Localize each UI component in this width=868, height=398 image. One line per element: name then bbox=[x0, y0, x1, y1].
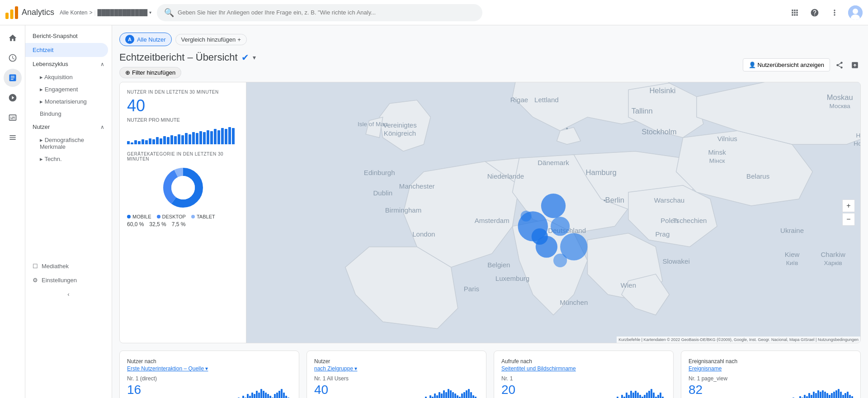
export-button[interactable] bbox=[849, 59, 861, 71]
svg-text:Харків: Харків bbox=[824, 260, 842, 266]
svg-text:Charkiw: Charkiw bbox=[821, 251, 845, 258]
user-overview-button[interactable]: 👤 Nutzerübersicht anzeigen bbox=[743, 58, 830, 71]
map-zoom-out-button[interactable]: − bbox=[842, 213, 855, 226]
svg-text:Isle of Man: Isle of Man bbox=[358, 121, 387, 128]
card-label: Ereignisanzahl nach bbox=[689, 358, 853, 365]
svg-text:Москва: Москва bbox=[830, 103, 851, 109]
card-bar bbox=[817, 390, 819, 398]
svg-text:Нижний: Нижний bbox=[856, 132, 860, 139]
svg-point-4 bbox=[853, 9, 858, 14]
sidebar-item-settings[interactable]: ⚙ Einstellungen bbox=[25, 273, 112, 287]
bar-segment bbox=[196, 133, 198, 144]
map-zoom-in-button[interactable]: + bbox=[842, 199, 855, 212]
card-bar bbox=[436, 395, 438, 398]
device-legend: MOBILE DESKTOP TABLET bbox=[127, 214, 239, 219]
nav-configure-icon[interactable] bbox=[4, 128, 22, 147]
card-sublabel[interactable]: Erste Nutzerinteraktion – Quelle ▾ bbox=[127, 365, 292, 372]
mobile-pct: 60,0 % bbox=[127, 221, 144, 227]
nav-explore-icon[interactable] bbox=[4, 89, 22, 107]
sidebar-section-lebenszyklus[interactable]: Lebenszyklus ∧ bbox=[25, 57, 112, 71]
svg-text:Slowakei: Slowakei bbox=[662, 257, 689, 265]
card-audience: Nutzer nach Zielgruppe ▾ Nr. 1 All Users… bbox=[307, 351, 486, 398]
svg-point-81 bbox=[521, 211, 532, 222]
bar-segment bbox=[214, 129, 217, 144]
svg-text:Stockholm: Stockholm bbox=[642, 128, 676, 136]
card-bar bbox=[851, 396, 853, 398]
sidebar-item-echtzeit[interactable]: Echtzeit bbox=[25, 43, 108, 57]
bar-segment bbox=[160, 138, 162, 144]
filter-icon: ⊕ bbox=[125, 69, 130, 76]
bar-segment bbox=[134, 140, 137, 144]
svg-text:Minsk: Minsk bbox=[708, 148, 726, 156]
nav-reports-icon[interactable] bbox=[4, 69, 22, 87]
report-title-text: Echtzeitbericht – Übersicht bbox=[119, 52, 238, 63]
card-bar bbox=[630, 391, 632, 398]
bar-segment bbox=[210, 131, 213, 144]
sidebar-section-nutzer[interactable]: Nutzer ∧ bbox=[25, 120, 112, 134]
segment-chip-all-users[interactable]: A Alle Nutzer bbox=[119, 33, 172, 46]
card-bar bbox=[815, 393, 817, 398]
sidebar-item-techn[interactable]: ▸ Techn. bbox=[25, 153, 112, 165]
nav-home-icon[interactable] bbox=[4, 29, 22, 47]
nav-advertising-icon[interactable] bbox=[4, 109, 22, 127]
sidebar-item-monetarisierung[interactable]: ▸ Monetarisierung bbox=[25, 95, 112, 108]
card-pages: Aufrufe nach Seitentitel und Bildschirmn… bbox=[494, 351, 674, 398]
bar-segment bbox=[185, 133, 188, 144]
search-bar[interactable]: 🔍 bbox=[157, 4, 482, 21]
sidebar-item-mediathek[interactable]: ☐ Mediathek bbox=[25, 259, 112, 273]
bar-segment bbox=[142, 139, 144, 144]
search-input[interactable] bbox=[178, 9, 475, 16]
bar-segment bbox=[145, 140, 148, 144]
search-icon: 🔍 bbox=[164, 8, 174, 18]
card-bar bbox=[637, 393, 639, 398]
lebenszyklus-label: Lebenszyklus bbox=[33, 61, 68, 67]
card-bar bbox=[657, 395, 659, 398]
card-sublabel[interactable]: Ereignisname bbox=[689, 365, 853, 372]
sidebar-item-bindung[interactable]: Bindung bbox=[25, 108, 112, 120]
sidebar-item-demografische[interactable]: ▸ Demografische Merkmale bbox=[25, 134, 112, 153]
export-icon bbox=[851, 61, 859, 69]
card-bar bbox=[242, 396, 244, 398]
account-selector[interactable]: Alle Konten > | ████████████ ▾ bbox=[60, 9, 151, 16]
filter-button[interactable]: ⊕ Filter hinzufügen bbox=[119, 67, 181, 78]
avatar-image bbox=[848, 5, 863, 20]
add-comparison-button[interactable]: Vergleich hinzufügen + bbox=[175, 34, 247, 45]
help-icon bbox=[810, 8, 819, 17]
sidebar-item-akquisition[interactable]: ▸ Akquisition bbox=[25, 71, 112, 83]
sidebar-collapse-button[interactable]: ‹ bbox=[25, 287, 112, 301]
card-sublabel[interactable]: Seitentitel und Bildschirmname bbox=[501, 365, 666, 372]
card-bar bbox=[829, 395, 830, 398]
card-bar bbox=[826, 393, 828, 398]
sidebar-item-engagement[interactable]: ▸ Engagement bbox=[25, 83, 112, 95]
svg-text:Warschau: Warschau bbox=[654, 196, 684, 204]
card-bar bbox=[628, 395, 630, 398]
share-button[interactable] bbox=[834, 59, 845, 71]
report-title-chevron-icon[interactable]: ▾ bbox=[253, 54, 256, 61]
account-dropdown-icon[interactable]: ▾ bbox=[149, 10, 151, 15]
card-bar bbox=[811, 395, 812, 398]
sidebar-item-bericht[interactable]: Bericht-Snapshot bbox=[25, 29, 108, 43]
svg-text:München: München bbox=[560, 298, 588, 306]
card-bar bbox=[840, 392, 842, 398]
more-button[interactable] bbox=[828, 6, 841, 19]
apps-button[interactable] bbox=[788, 6, 801, 19]
bar-segment bbox=[131, 142, 133, 144]
legend-mobile: MOBILE bbox=[127, 214, 151, 219]
expand-icon: ▸ bbox=[40, 74, 44, 81]
nav-realtime-icon[interactable] bbox=[4, 49, 22, 67]
map-panel: Vereinigtes Königreich Isle of Man Oslo … bbox=[246, 82, 860, 343]
tablet-label: TABLET bbox=[197, 214, 215, 219]
user-avatar[interactable] bbox=[848, 5, 863, 20]
donut-svg bbox=[160, 165, 206, 210]
card-nr: Nr. 1 (direct) bbox=[127, 375, 157, 382]
card-big-value: 20 bbox=[501, 383, 519, 397]
card-bar bbox=[833, 392, 835, 398]
add-icon: + bbox=[237, 36, 241, 43]
svg-point-77 bbox=[551, 217, 570, 236]
svg-text:Мінск: Мінск bbox=[709, 157, 725, 164]
card-sublabel[interactable]: nach Zielgruppe ▾ bbox=[314, 365, 479, 372]
users-per-minute-label: NUTZER PRO MINUTE bbox=[127, 117, 239, 123]
help-button[interactable] bbox=[808, 6, 821, 19]
expand-icon: ▸ bbox=[40, 98, 45, 105]
settings-icon: ⚙ bbox=[33, 277, 38, 284]
